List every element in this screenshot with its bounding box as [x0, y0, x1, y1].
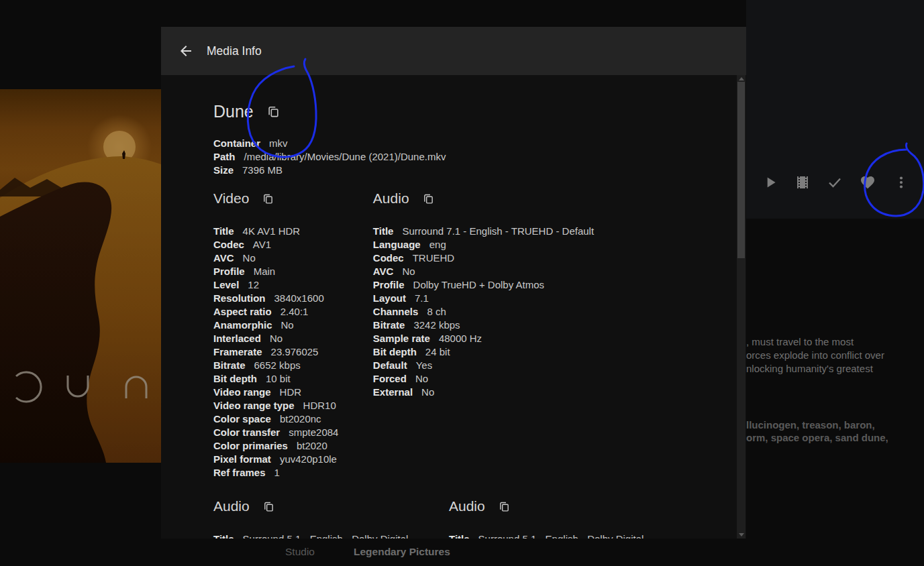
- info-row: Containermkv: [213, 137, 706, 150]
- info-row: Level12: [213, 278, 338, 292]
- info-row: ProfileMain: [213, 265, 338, 278]
- info-value: /media/library/Movies/Dune (2021)/Dune.m…: [244, 151, 446, 162]
- info-row: Sample rate48000 Hz: [373, 332, 594, 345]
- info-label: Bitrate: [373, 319, 405, 331]
- info-value: Main: [254, 266, 276, 277]
- action-button-row: [746, 166, 924, 199]
- favorite-button[interactable]: [852, 166, 884, 199]
- info-label: Path: [213, 151, 236, 162]
- info-label: Title: [213, 225, 234, 237]
- info-value: No: [415, 373, 428, 384]
- copy-section-button[interactable]: [423, 193, 434, 205]
- section-heading-row: Audio: [449, 497, 644, 516]
- info-row: Color transfersmpte2084: [213, 426, 338, 439]
- info-row: Color spacebt2020nc: [213, 412, 338, 426]
- studio-label: Studio: [285, 545, 315, 558]
- info-value: smpte2084: [289, 427, 338, 438]
- back-button[interactable]: [176, 41, 196, 61]
- general-info: ContainermkvPath/media/library/Movies/Du…: [213, 137, 706, 177]
- info-value: mkv: [269, 137, 288, 149]
- scroll-down-arrow[interactable]: [739, 533, 744, 536]
- info-value: 8 ch: [427, 306, 446, 317]
- studio-value-link[interactable]: Legendary Pictures: [354, 545, 450, 558]
- info-label: Forced: [373, 373, 407, 384]
- copy-title-button[interactable]: [267, 105, 280, 118]
- trailer-button[interactable]: [786, 166, 819, 199]
- info-label: Anamorphic: [213, 319, 272, 331]
- info-label: Layout: [373, 292, 406, 304]
- info-label: Resolution: [213, 292, 266, 304]
- film-strip-icon: [794, 174, 811, 190]
- info-label: Video range: [213, 386, 271, 398]
- info-row: Bitrate3242 kbps: [373, 319, 594, 332]
- info-label: Interlaced: [213, 333, 261, 344]
- overview-line: orces explode into conflict over: [746, 349, 884, 362]
- info-row: ProfileDolby TrueHD + Dolby Atmos: [373, 278, 594, 292]
- copy-section-button[interactable]: [499, 501, 510, 512]
- info-label: Color primaries: [213, 440, 288, 451]
- info-value: eng: [429, 239, 446, 250]
- mark-played-button[interactable]: [819, 166, 851, 199]
- info-value: 10 bit: [266, 373, 291, 384]
- dialog-title: Media Info: [207, 44, 262, 58]
- info-row: Video range typeHDR10: [213, 399, 338, 412]
- info-value: No: [243, 252, 256, 264]
- dialog-header: Media Info: [161, 27, 746, 75]
- info-label: External: [373, 386, 413, 398]
- media-section: Audio TitleSurround 5.1 - English - Dolb…: [213, 497, 415, 539]
- media-section: Audio TitleSurround 7.1 - English - TRUE…: [373, 189, 594, 399]
- scroll-up-arrow[interactable]: [739, 77, 744, 80]
- info-label: Framerate: [213, 346, 262, 357]
- copy-section-button[interactable]: [263, 501, 274, 512]
- info-value: yuv420p10le: [280, 453, 337, 465]
- info-row: TitleSurround 7.1 - English - TRUEHD - D…: [373, 225, 594, 238]
- info-label: Channels: [373, 306, 419, 317]
- info-label: Color space: [213, 413, 271, 424]
- overview-line: nlocking humanity's greatest: [746, 362, 884, 376]
- info-row: ForcedNo: [373, 372, 594, 386]
- info-label: Container: [213, 137, 260, 149]
- info-value: TRUEHD: [413, 252, 455, 264]
- info-row: Pixel formatyuv420p10le: [213, 453, 338, 466]
- section-heading: Audio: [373, 190, 409, 207]
- info-row: TitleSurround 5.1 - English - Dolby Digi…: [213, 532, 415, 539]
- scrollbar-thumb[interactable]: [737, 82, 745, 258]
- info-value: 3242 kbps: [413, 319, 460, 331]
- section-rows: TitleSurround 5.1 - English - Dolby Digi…: [449, 532, 644, 539]
- section-heading: Audio: [213, 498, 250, 514]
- info-value: bt2020: [297, 440, 327, 451]
- tags-line: orm, space opera, sand dune,: [746, 431, 888, 444]
- overview-text: , must travel to the mostorces explode i…: [746, 335, 884, 376]
- media-title-row: Dune: [213, 101, 706, 123]
- info-value: 3840x1600: [274, 292, 324, 304]
- info-label: Size: [213, 164, 234, 176]
- info-value: bt2020nc: [280, 413, 321, 424]
- info-row: Framerate23.976025: [213, 345, 338, 359]
- copy-icon: [263, 501, 274, 512]
- play-button[interactable]: [754, 166, 786, 199]
- info-row: Bit depth24 bit: [373, 345, 594, 359]
- info-label: Bit depth: [373, 346, 417, 357]
- info-value: 7396 MB: [242, 164, 283, 176]
- info-row: Title4K AV1 HDR: [213, 225, 338, 238]
- section-heading: Video: [213, 190, 249, 207]
- info-label: Level: [213, 279, 239, 290]
- poster-dim-overlay: [0, 89, 161, 463]
- info-value: 48000 Hz: [439, 333, 482, 344]
- info-label: Color transfer: [213, 427, 280, 438]
- info-row: AVCNo: [213, 251, 338, 265]
- info-label: Title: [213, 533, 234, 539]
- more-button[interactable]: [885, 166, 917, 199]
- info-row: Video rangeHDR: [213, 386, 338, 399]
- info-value: Dolby TrueHD + Dolby Atmos: [413, 279, 545, 290]
- scrollbar[interactable]: [737, 75, 746, 539]
- info-label: Profile: [373, 279, 405, 290]
- info-value: No: [402, 266, 415, 277]
- info-row: CodecTRUEHD: [373, 251, 594, 265]
- info-row: Path/media/library/Movies/Dune (2021)/Du…: [213, 150, 706, 164]
- info-row: Languageeng: [373, 238, 594, 251]
- dialog-scroll-area[interactable]: Dune ContainermkvPath/media/library/Movi…: [161, 75, 746, 539]
- copy-icon: [267, 105, 280, 118]
- info-value: No: [281, 319, 294, 331]
- copy-section-button[interactable]: [262, 193, 274, 205]
